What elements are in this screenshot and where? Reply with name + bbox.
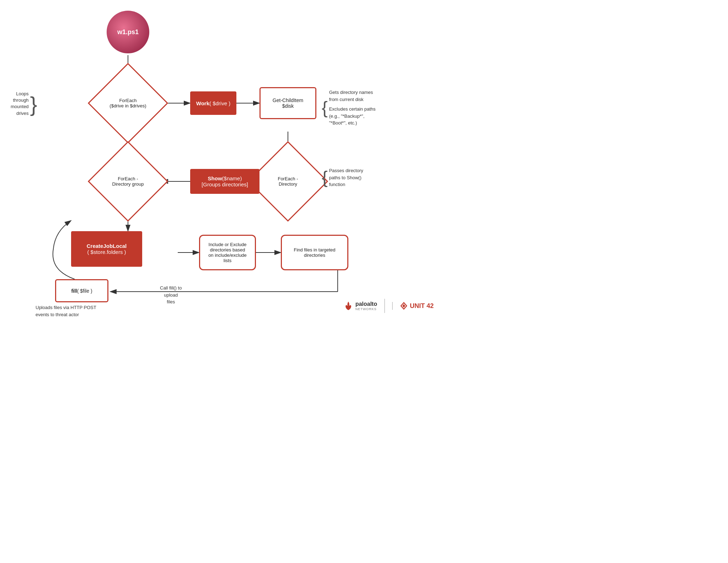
get-childitem-node: Get-ChildItem $disk [259, 87, 316, 119]
call-fill-annotation: Call fill() to upload files [160, 285, 182, 306]
paloalto-icon [343, 301, 353, 311]
include-exclude-node: Include or Exclude directories based on … [199, 235, 256, 270]
uploads-label: Uploads files via HTTP POST events to th… [36, 305, 96, 317]
show-func-node: Show($name)[Groups directories] [190, 169, 259, 194]
foreach-dirgroup-label: ForEach -Directory group [112, 176, 144, 187]
fill-func-label: fill( $file ) [71, 288, 92, 294]
foreach-drives-label: ForEach ($drive in $drives) [109, 98, 146, 108]
paloalto-text: paloalto NETWORKS [355, 301, 377, 311]
loops-annotation: Loops through mounted drives } [11, 91, 37, 117]
create-job-label: CreateJobLocal( $store.folders ) [87, 243, 127, 255]
gets-dir-brace: { [322, 100, 328, 116]
unit42-label: UNIT 42 [410, 302, 434, 310]
passes-dir-annotation: { Passes directorypaths to Show()functio… [322, 167, 363, 188]
logo-divider [384, 299, 385, 313]
logo-area: paloalto NETWORKS UNIT 42 [343, 299, 434, 313]
diagram-container: w1.ps1 ForEach ($drive in $drives) Work(… [0, 0, 441, 320]
gets-dir-annotation: { Gets directory namesfrom current disk … [322, 89, 376, 127]
work-func-node: Work( $drive ) [190, 91, 236, 115]
foreach-dirgroup-diamond: ForEach -Directory group [100, 153, 156, 210]
loops-label: Loops through mounted drives [11, 91, 29, 116]
passes-dir-text: Passes directorypaths to Show()function [329, 167, 363, 188]
unit42-logo: UNIT 42 [392, 302, 434, 310]
foreach-directory-diamond: ForEach -Directory [259, 153, 316, 210]
excludes-label: Excludes certain paths(e.g., "*Backup*",… [329, 106, 376, 127]
include-exclude-label: Include or Exclude directories based on … [208, 242, 247, 263]
unit42-icon [400, 302, 408, 310]
call-fill-label: Call fill() to upload files [160, 285, 182, 304]
find-files-label: Find files in targeted directories [294, 247, 335, 258]
get-childitem-label: Get-ChildItem $disk [273, 97, 303, 109]
foreach-dir-label: ForEach -Directory [278, 176, 298, 187]
start-node: w1.ps1 [107, 11, 149, 53]
loops-text: Loops through mounted drives [11, 91, 29, 117]
passes-dir-brace: { [322, 170, 328, 185]
foreach-drives-diamond: ForEach ($drive in $drives) [100, 75, 156, 132]
uploads-annotation: Uploads files via HTTP POST events to th… [36, 304, 96, 318]
arrows-svg [0, 0, 441, 320]
paloalto-logo: paloalto NETWORKS [343, 301, 377, 311]
work-func-label: Work( $drive ) [196, 100, 230, 106]
find-files-node: Find files in targeted directories [281, 235, 348, 270]
gets-dir-label: Gets directory namesfrom current disk [329, 89, 376, 103]
gets-dir-text: Gets directory namesfrom current disk Ex… [329, 89, 376, 127]
loops-brace: } [30, 95, 37, 113]
fill-func-node: fill( $file ) [55, 279, 108, 302]
show-func-label: Show($name)[Groups directories] [202, 175, 248, 187]
create-job-node: CreateJobLocal( $store.folders ) [71, 231, 142, 267]
start-label: w1.ps1 [117, 28, 139, 36]
